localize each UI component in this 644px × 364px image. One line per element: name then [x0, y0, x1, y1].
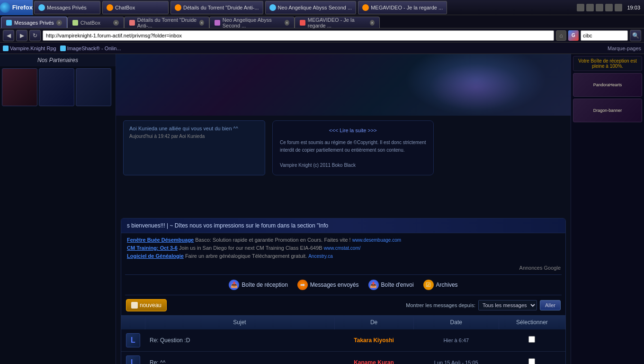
taskbar-app-torrent[interactable]: Détails du Torrent "Druide Anti-... — [170, 1, 263, 14]
bookmark-label-2: ImageShack® - Onlin... — [67, 46, 121, 51]
tab-close-mega[interactable]: × — [370, 20, 375, 26]
col-icon — [121, 315, 145, 329]
browser-tab-label-torrent: Détails du Torrent "Druide Anti-... — [137, 17, 197, 28]
sidebar-header: Nos Partenaires — [0, 54, 116, 66]
inbox-message-preview: Aoi Kunieda une alliée qui vous veut du … — [123, 120, 265, 175]
forum-ads-area: Fenêtre Buée Désembuage Basco: Solution … — [121, 233, 565, 265]
nav-boite-envoi[interactable]: 📤 Boîte d'envoi — [368, 280, 414, 290]
taskbar-app-neo[interactable]: Neo Angelique Abyss Second ... — [265, 1, 357, 14]
sys-icon-5 — [615, 4, 622, 11]
nav-archives[interactable]: ☑ Archives — [423, 280, 458, 290]
browser-tab-messages[interactable]: Messages Privés × — [1, 17, 67, 28]
taskbar-app-messages[interactable]: Messages Privés — [34, 1, 100, 14]
msg-from-text-1: Takara Kiyoshi — [354, 337, 394, 344]
forum-marquee: s bienvenues!!! | ~ Dîtes nous vos impre… — [121, 218, 565, 233]
col-subject: Sujet — [145, 315, 334, 329]
ad-link-small-3[interactable]: Ancestry.ca — [308, 254, 333, 259]
col-select: Sélectionner — [499, 315, 565, 329]
right-banner-label-2: Dragon-banner — [593, 108, 622, 113]
outbox-icon: 📤 — [368, 280, 379, 290]
home-button[interactable]: ⌂ — [556, 30, 566, 41]
ad-link-3[interactable]: Logiciel de Généalogie — [127, 253, 184, 259]
col-date: Date — [413, 315, 499, 329]
taskbar-app-icon-torrent — [175, 4, 181, 11]
msg-from-1: Takara Kiyoshi — [334, 329, 413, 352]
ad-line-1: Fenêtre Buée Désembuage Basco: Solution … — [127, 237, 560, 243]
nav-messages-envoyes[interactable]: ➡ Messages envoyés — [297, 280, 359, 290]
right-sidebar-notice: Votre Boîte de réception est pleine à 10… — [573, 56, 642, 71]
browser-tab-neo[interactable]: Neo Angelique Abyss Second ... × — [209, 17, 295, 28]
top-banner — [116, 54, 571, 116]
browser-tab-mega[interactable]: MEGAVIDEO - Je la regarde ... × — [295, 17, 380, 28]
sidebar-partner-image-1 — [2, 68, 37, 106]
msg-checkbox-1[interactable] — [528, 336, 535, 343]
ad-link-small-2[interactable]: www.cmstat.com/ — [324, 246, 361, 251]
msg-subject-text-1: Re: Question :D — [150, 337, 190, 344]
ad-link-1[interactable]: Fenêtre Buée Désembuage — [127, 237, 194, 243]
msg-checkbox-2[interactable] — [528, 358, 535, 364]
taskbar-app-icon-messages — [38, 4, 45, 11]
tab-close-messages[interactable]: × — [56, 20, 62, 26]
taskbar-app-icon-mega — [362, 4, 369, 11]
msg-subject-2[interactable]: Re: ^^ — [145, 351, 334, 364]
banner-glow-2 — [429, 64, 523, 111]
sent-icon: ➡ — [297, 280, 308, 290]
browser-nav-bar: ◀ ▶ ↻ ⌂ G 🔍 — [0, 28, 644, 43]
start-button[interactable]: Firefox — [0, 0, 33, 15]
msg-letter-2: L — [131, 358, 135, 364]
read-more-link[interactable]: <<< Lire la suite >>> — [280, 127, 426, 135]
ad-link-small-1[interactable]: www.desembuage.com — [352, 237, 401, 243]
copyright-text-2: interdit de copier partiellement ou enti… — [280, 146, 426, 154]
msg-letter-icon-1: L — [126, 333, 140, 347]
bookmark-imageshack[interactable]: ImageShack® - Onlin... — [60, 46, 121, 51]
messages-table-body: L Re: Question :D Takara Kiyoshi Hier à … — [121, 329, 565, 364]
browser-tab-torrent[interactable]: Détails du Torrent "Druide Anti-... × — [124, 17, 209, 28]
bookmark-vampire-knight[interactable]: Vampire.Knight Rpg — [3, 46, 56, 51]
go-button[interactable]: Aller — [540, 300, 561, 310]
nav-boite-reception[interactable]: 📥 Boîte de réception — [229, 280, 287, 290]
refresh-button[interactable]: ↻ — [29, 30, 41, 41]
msg-date-text-2: Lun 15 Aoû - 15:05 — [434, 360, 478, 364]
ad-line-2: CM Training: Oct 3-6 Join us in San Dieg… — [127, 245, 560, 251]
browser-tab-label-messages: Messages Privés — [14, 20, 54, 26]
table-header-row: Sujet De Date Sélectionner — [121, 315, 565, 329]
sidebar-partner-image-2 — [39, 68, 74, 106]
ad-link-2[interactable]: CM Training: Oct 3-6 — [127, 245, 178, 251]
taskbar: Firefox Messages Privés ChatBox Détails … — [0, 0, 644, 15]
msg-subject-1[interactable]: Re: Question :D — [145, 329, 334, 352]
messages-table-header: Sujet De Date Sélectionner — [121, 315, 565, 329]
browser-window: Messages Privés × ChatBox × Détails du T… — [0, 15, 644, 364]
search-go-button[interactable]: 🔍 — [630, 30, 641, 41]
tab-close-chatbox[interactable]: × — [113, 20, 119, 26]
address-bar[interactable] — [43, 30, 554, 41]
taskbar-app-chatbox[interactable]: ChatBox — [102, 1, 169, 14]
tab-icon-neo — [215, 20, 220, 26]
browser-tab-bar: Messages Privés × ChatBox × Détails du T… — [0, 15, 644, 28]
new-message-label: nouveau — [140, 302, 161, 309]
messages-table: Sujet De Date Sélectionner L — [121, 315, 565, 364]
table-row: L Re: Question :D Takara Kiyoshi Hier à … — [121, 329, 565, 352]
tab-close-neo[interactable]: × — [285, 20, 289, 26]
copyright-text-1: Ce forum est soumis au régime de ©Copyri… — [280, 139, 426, 146]
back-button[interactable]: ◀ — [3, 30, 14, 41]
system-clock: 19:03 — [624, 5, 640, 10]
sidebar-partner-image-3 — [76, 68, 111, 106]
taskbar-app-mega[interactable]: MEGAVIDEO - Je la regarde ... — [358, 1, 447, 14]
forward-button[interactable]: ▶ — [16, 30, 27, 41]
ad-text-2: Join us in San Diego for our next CM Tra… — [179, 245, 322, 251]
tab-icon-chatbox — [72, 20, 78, 26]
filter-label: Montrer les messages depuis: — [406, 302, 475, 308]
bookmarks-right-label[interactable]: Marque-pages — [608, 46, 641, 51]
page-content: Nos Partenaires Aoi Kunieda une alliée q… — [0, 54, 644, 364]
new-message-button[interactable]: nouveau — [126, 299, 167, 311]
taskbar-app-icon-neo — [269, 4, 276, 11]
message-area: Aoi Kunieda une alliée qui vous veut du … — [116, 116, 571, 180]
tab-close-torrent[interactable]: × — [199, 20, 204, 26]
taskbar-app-label-torrent: Détails du Torrent "Druide Anti-... — [183, 5, 259, 10]
search-input[interactable] — [581, 30, 628, 41]
filter-select[interactable]: Tous les messages — [478, 300, 537, 310]
inbox-navigation: 📥 Boîte de réception ➡ Messages envoyés … — [125, 274, 562, 295]
browser-tab-chatbox[interactable]: ChatBox × — [67, 17, 124, 28]
msg-icon-cell-1: L — [121, 329, 145, 352]
msg-from-2: Kaname Kuran — [334, 351, 413, 364]
